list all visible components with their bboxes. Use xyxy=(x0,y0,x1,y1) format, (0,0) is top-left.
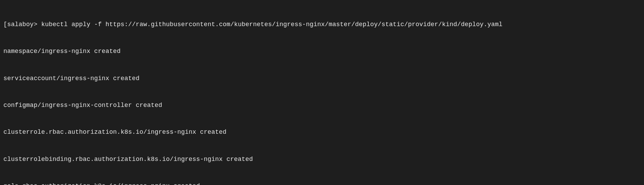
prompt-open-bracket: [ xyxy=(3,21,7,28)
terminal-window[interactable]: [salaboy> kubectl apply -f https://raw.g… xyxy=(3,2,641,185)
output-line: clusterrolebinding.rbac.authorization.k8… xyxy=(3,155,641,164)
output-line: role.rbac.authorization.k8s.io/ingress-n… xyxy=(3,182,641,185)
output-line: clusterrole.rbac.authorization.k8s.io/in… xyxy=(3,128,641,137)
command-text: kubectl apply -f https://raw.githubuserc… xyxy=(37,21,502,28)
prompt-arrow: > xyxy=(34,21,37,28)
prompt-user: salaboy xyxy=(7,21,34,28)
command-line: [salaboy> kubectl apply -f https://raw.g… xyxy=(3,20,641,29)
output-line: serviceaccount/ingress-nginx created xyxy=(3,74,641,83)
output-line: namespace/ingress-nginx created xyxy=(3,47,641,56)
output-line: configmap/ingress-nginx-controller creat… xyxy=(3,101,641,110)
